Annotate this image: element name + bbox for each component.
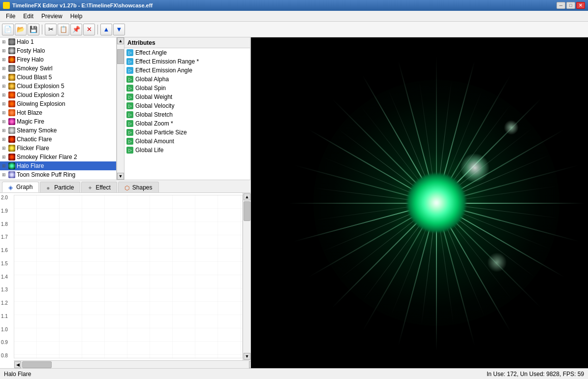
bottom-section: ◈ Graph ● Particle ✦ Effect ⬡ Shapes [0,180,250,368]
vscroll-up-btn[interactable]: ▲ [244,193,250,200]
effect-label: Cloud Explosion 2 [17,92,64,98]
graph-horizontal-scrollbar[interactable]: ◀ ▶ [14,360,250,368]
y-label-1-6: 1.6 [1,248,13,253]
list-item[interactable]: ⊞ Toon Explosion 2 [0,179,116,180]
y-label-1-3: 1.3 [1,287,13,292]
maximize-button[interactable]: □ [566,2,575,9]
open-button[interactable]: 📂 [15,24,27,35]
new-button[interactable]: 📄 [2,24,14,35]
vscroll-down-btn[interactable]: ▼ [244,353,250,360]
attr-item[interactable]: ▷ Global Weight [124,93,250,101]
tab-graph[interactable]: ◈ Graph [2,182,39,192]
attr-item[interactable]: ▷ Effect Angle [124,48,250,57]
effect-label: Toon Smoke Puff Ring [17,171,75,178]
list-item[interactable]: ⊞ Glowing Explosion [0,99,116,108]
effect-thumbnail [8,109,15,116]
y-label-1-1: 1.1 [1,314,13,319]
bright-spot-3 [504,120,519,135]
attr-icon: ▷ [126,138,133,145]
attr-item[interactable]: ▷ Global Stretch [124,110,250,119]
effect-thumbnail [8,127,15,134]
statusbar: Halo Flare In Use: 172, Un Used: 9828, F… [0,368,588,379]
list-item[interactable]: ⊞ Cloud Explosion 2 [0,91,116,99]
tab-shapes[interactable]: ⬡ Shapes [118,182,159,192]
tab-particle[interactable]: ● Particle [40,182,80,192]
menubar: File Edit Preview Help [0,11,588,22]
effect-label: Halo 1 [17,38,34,45]
attr-item[interactable]: ▷ Global Particle Size [124,128,250,137]
attr-item[interactable]: ▷ Global Alpha [124,75,250,84]
hscroll-left-btn[interactable]: ◀ [14,361,21,368]
effect-thumbnail [8,74,15,81]
list-item[interactable]: ⊞ Halo 1 [0,37,116,46]
list-item[interactable]: ⊞ Flicker Flare [0,144,116,153]
menu-file[interactable]: File [2,12,19,21]
effect-label: Smokey Swirl [17,65,53,72]
effect-label: Firey Halo [17,56,44,63]
attr-item[interactable]: ▷ Global Zoom * [124,119,250,128]
delete-button[interactable]: ✕ [83,24,95,35]
attr-label: Global Stretch [135,111,173,118]
effect-label: Smokey Flicker Flare 2 [17,154,77,160]
paste-button[interactable]: 📌 [70,24,82,35]
graph-vertical-scrollbar[interactable]: ▲ ▼ [243,193,250,360]
vscroll-thumb[interactable] [244,201,250,221]
minimize-button[interactable]: ─ [557,2,565,9]
list-item[interactable]: ⊞ Smokey Flicker Flare 2 [0,153,116,161]
glow-center [407,173,466,232]
attr-icon: ▷ [126,94,133,100]
scroll-down-btn[interactable]: ▼ [117,173,124,180]
attr-item[interactable]: ▷ Effect Emission Angle [124,66,250,75]
list-item[interactable]: ⊞ Chaotic Flare [0,135,116,144]
expand-icon: ⊞ [1,154,7,160]
save-button[interactable]: 💾 [28,24,39,35]
menu-help[interactable]: Help [66,12,87,21]
attr-icon: ▷ [126,111,133,118]
effect-tab-icon: ✦ [88,185,93,190]
hscroll-right-btn[interactable]: ▶ [249,361,250,368]
list-item-selected[interactable]: ⊞ Halo Flare [0,161,116,170]
list-divider: ▲ ▼ [117,37,124,180]
move-up-button[interactable]: ▲ [100,24,112,35]
effect-label: Flicker Flare [17,145,49,152]
scroll-up-btn[interactable]: ▲ [117,37,124,44]
close-button[interactable]: ✕ [576,2,585,9]
list-item[interactable]: ⊞ Smokey Swirl [0,64,116,73]
attr-item[interactable]: ▷ Global Life [124,146,250,155]
menu-preview[interactable]: Preview [37,12,66,21]
move-down-button[interactable]: ▼ [113,24,125,35]
effect-label: Hot Blaze [17,109,42,116]
list-item[interactable]: ⊞ Steamy Smoke [0,126,116,135]
scroll-thumb[interactable] [117,49,124,64]
status-right: In Use: 172, Un Used: 9828, FPS: 59 [487,371,584,378]
list-item[interactable]: ⊞ Cloud Explosion 5 [0,82,116,91]
list-item[interactable]: ⊞ Fosty Halo [0,46,116,55]
attr-item[interactable]: ▷ Global Velocity [124,101,250,110]
tab-effect[interactable]: ✦ Effect [81,182,117,192]
copy-button[interactable]: 📋 [58,24,69,35]
expand-icon: ⊞ [1,119,7,125]
cut-button[interactable]: ✂ [45,24,57,35]
list-item[interactable]: ⊞ Magic Fire [0,117,116,126]
list-item[interactable]: ⊞ Firey Halo [0,55,116,64]
attr-label: Global Spin [135,85,166,92]
attr-item[interactable]: ▷ Global Spin [124,84,250,93]
list-item[interactable]: ⊞ Cloud Blast 5 [0,73,116,82]
attr-item[interactable]: ▷ Global Amount [124,137,250,146]
attr-item[interactable]: ▷ Effect Emission Range * [124,57,250,66]
effect-list: ⊞ Halo 1 ⊞ Fosty Halo ⊞ Firey Halo [0,37,116,180]
hscroll-thumb[interactable] [22,361,52,368]
bright-spot-2 [487,253,507,272]
expand-icon: ⊞ [1,57,7,63]
attr-icon: ▷ [126,67,133,74]
effect-thumbnail [8,162,15,169]
graph-tab-icon: ◈ [8,184,14,190]
menu-edit[interactable]: Edit [19,12,37,21]
graph-svg[interactable] [14,195,243,358]
particle-tab-icon: ● [46,185,52,190]
y-label-1-2: 1.2 [1,300,13,306]
list-item[interactable]: ⊞ Hot Blaze [0,108,116,117]
graph-area: 2.0 1.9 1.8 1.7 1.6 1.5 1.4 1.3 1.2 1.1 … [0,193,250,368]
y-label-2-0: 2.0 [1,195,13,200]
list-item[interactable]: ⊞ Toon Smoke Puff Ring [0,170,116,179]
